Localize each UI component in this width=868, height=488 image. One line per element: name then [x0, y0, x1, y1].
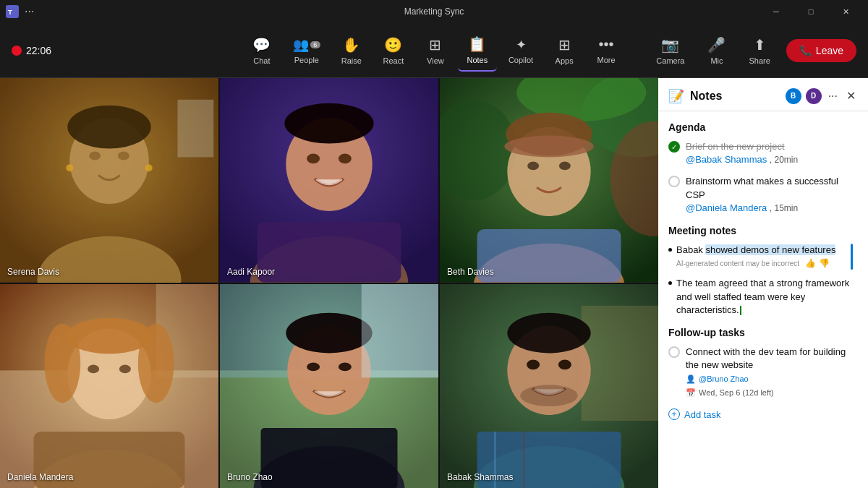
react-button[interactable]: 🙂 React: [374, 30, 413, 71]
minimize-button[interactable]: ─: [760, 0, 793, 23]
thumbs-up-icon[interactable]: 👍: [805, 257, 816, 270]
video-tile-aadi: Aadi Kapoor: [220, 78, 438, 283]
view-button[interactable]: ⊞ View: [416, 30, 455, 71]
copilot-button[interactable]: ✦ Copilot: [500, 31, 542, 70]
meeting-note-1-highlight: showed demos of new features: [705, 244, 835, 255]
window-title: Marketing Sync: [404, 7, 464, 17]
teams-logo-icon: T: [6, 5, 19, 18]
meeting-note-1: Babak showed demos of new features AI-ge…: [668, 244, 858, 270]
notes-close-button[interactable]: ✕: [844, 87, 858, 105]
apps-button[interactable]: ⊞ Apps: [545, 30, 584, 71]
react-label: React: [383, 56, 404, 65]
task-due-text-1: Wed, Sep 6 (12d left): [699, 388, 774, 398]
meeting-notes-title: Meeting notes: [668, 225, 858, 236]
svg-rect-52: [261, 427, 398, 488]
svg-rect-31: [477, 229, 621, 283]
title-bar-left: T ···: [6, 5, 34, 18]
mic-icon: 🎤: [707, 36, 726, 53]
raise-icon: ✋: [342, 36, 360, 53]
meeting-notes-section: Meeting notes Babak showed demos of new …: [668, 225, 858, 317]
svg-point-59: [507, 312, 590, 353]
comment-bar-icon: [851, 244, 853, 270]
task-item-1: Connect with the dev team for building t…: [668, 346, 858, 398]
toolbar-left: 22:06: [12, 45, 51, 56]
calendar-icon: 📅: [686, 388, 696, 398]
name-tag-serena: Serena Davis: [7, 267, 59, 277]
name-tag-babak: Babak Shammas: [447, 472, 513, 482]
camera-icon: 📷: [661, 36, 679, 53]
main-content: Serena Davis: [0, 78, 868, 488]
agenda-mention-2: @Daniela Mandera: [686, 202, 767, 213]
raise-button[interactable]: ✋ Raise: [332, 30, 371, 71]
task-check-1[interactable]: [668, 346, 680, 358]
meeting-note-2: The team agreed that a strong framework …: [668, 277, 858, 317]
close-button[interactable]: ✕: [829, 0, 862, 23]
agenda-title-2: Brainstorm what makes a successful CSP: [686, 175, 858, 201]
agenda-mention-1: @Babak Shammas: [686, 154, 767, 165]
svg-point-11: [66, 164, 73, 171]
copilot-icon: ✦: [516, 37, 527, 53]
svg-point-29: [527, 161, 539, 170]
notes-button[interactable]: 📋 Notes: [458, 30, 497, 72]
svg-text:T: T: [8, 8, 12, 16]
svg-rect-20: [258, 222, 401, 283]
video-tile-serena: Serena Davis: [0, 78, 218, 283]
notes-icon: 📋: [468, 35, 486, 53]
agenda-title-1: Brief on the new project: [686, 140, 798, 153]
svg-point-51: [339, 362, 352, 371]
leave-phone-icon: 📞: [799, 45, 812, 56]
more-label: More: [597, 56, 616, 64]
notes-header-actions: B D ··· ✕: [786, 87, 858, 105]
recording-indicator: 22:06: [12, 45, 51, 56]
agenda-section-title: Agenda: [668, 121, 858, 133]
svg-point-19: [339, 153, 352, 163]
svg-point-12: [145, 164, 153, 171]
people-icon-row: 👥 6: [293, 37, 320, 53]
camera-button[interactable]: 📷 Camera: [649, 32, 692, 69]
chat-button[interactable]: 💬 Chat: [242, 30, 281, 71]
notes-more-button[interactable]: ···: [826, 87, 840, 105]
app-menu-button[interactable]: ···: [25, 5, 34, 18]
participant-video-bruno: [220, 284, 438, 489]
more-button[interactable]: ••• More: [587, 30, 626, 70]
share-button[interactable]: ⬆ Share: [741, 32, 777, 69]
add-task-button[interactable]: + Add task: [668, 406, 858, 423]
notes-title-row: 📝 Notes: [668, 88, 722, 104]
svg-point-42: [88, 364, 99, 373]
task-meta-1: 👤 @Bruno Zhao: [686, 374, 858, 385]
follow-up-section: Follow-up tasks Connect with the dev tea…: [668, 327, 858, 423]
svg-point-50: [307, 362, 320, 371]
leave-button[interactable]: 📞 Leave: [786, 39, 856, 62]
toolbar-center: 💬 Chat 👥 6 People ✋ Raise 🙂 React ⊞ View…: [242, 30, 626, 72]
svg-point-39: [44, 323, 80, 402]
thumbs-down-icon[interactable]: 👎: [819, 257, 830, 270]
notes-body: Agenda ✓ Brief on the new project @Babak…: [658, 111, 868, 488]
participant-video-aadi: [220, 78, 438, 283]
window-controls: ─ □ ✕: [760, 0, 862, 23]
people-icon: 👥: [293, 37, 309, 53]
mic-button[interactable]: 🎤 Mic: [700, 32, 733, 69]
agenda-check-2: [668, 176, 680, 187]
share-label: Share: [749, 56, 770, 65]
notes-header: 📝 Notes B D ··· ✕: [658, 78, 868, 111]
avatar-user1[interactable]: B: [786, 88, 801, 104]
recording-dot-icon: [12, 46, 22, 56]
meeting-note-1-content: Babak showed demos of new features AI-ge…: [676, 244, 843, 270]
add-task-label: Add task: [684, 409, 721, 420]
meeting-note-2-text: The team agreed that a strong framework …: [676, 278, 849, 314]
people-button[interactable]: 👥 6 People: [284, 31, 329, 70]
apps-label: Apps: [556, 56, 574, 65]
participant-video-babak: [440, 284, 658, 489]
apps-icon: ⊞: [558, 36, 571, 53]
maximize-button[interactable]: □: [794, 0, 827, 23]
video-tile-bruno: Bruno Zhao: [220, 284, 438, 489]
svg-point-28: [504, 136, 593, 158]
video-grid: Serena Davis: [0, 78, 658, 488]
notes-label: Notes: [467, 56, 488, 64]
participant-video-serena: [0, 78, 218, 283]
notes-panel-icon: 📝: [668, 88, 684, 104]
avatar-user2[interactable]: D: [806, 88, 822, 104]
agenda-text-2: Brainstorm what makes a successful CSP @…: [686, 175, 858, 215]
meeting-note-2-content: The team agreed that a strong framework …: [676, 277, 858, 317]
svg-point-49: [286, 312, 372, 353]
